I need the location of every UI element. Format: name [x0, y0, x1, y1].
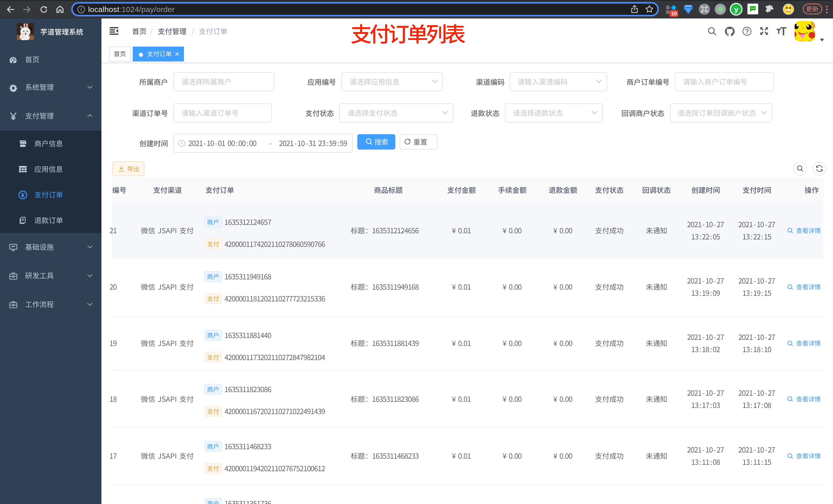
- svg-text:10: 10: [671, 11, 677, 16]
- svg-text:y: y: [734, 5, 738, 13]
